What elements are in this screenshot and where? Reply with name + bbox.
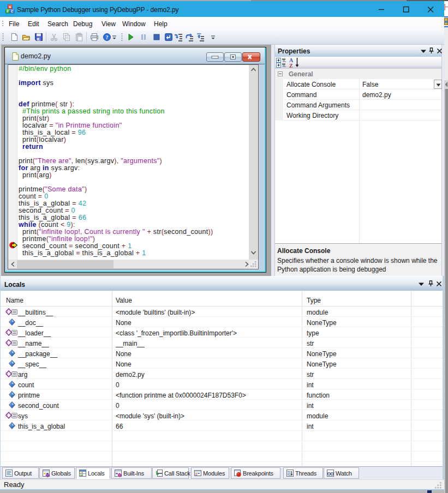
svg-text:?: ?: [106, 34, 109, 40]
svg-text:Z: Z: [289, 63, 293, 68]
svg-text:M: M: [9, 5, 11, 9]
svg-text:C: C: [11, 10, 14, 13]
svg-text:F: F: [7, 10, 9, 13]
